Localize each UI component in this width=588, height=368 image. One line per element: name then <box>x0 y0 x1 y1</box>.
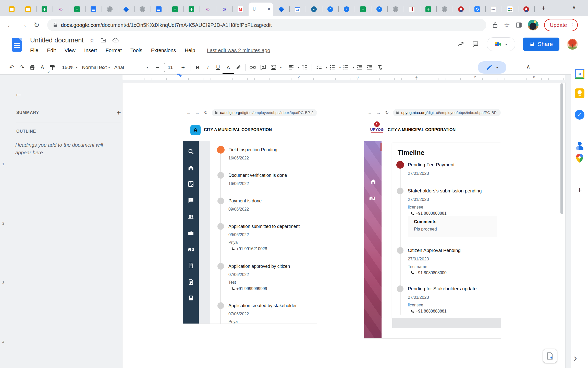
google-calendar-icon[interactable]: 31 <box>575 69 584 79</box>
home-icon[interactable] <box>187 164 194 171</box>
chrome-update-button[interactable]: Update ⋮ <box>544 19 578 31</box>
explore-button[interactable] <box>543 349 557 363</box>
tab[interactable]: e <box>306 3 322 16</box>
numbered-list-button[interactable] <box>341 62 351 73</box>
tab[interactable] <box>151 3 167 16</box>
menu-format[interactable]: Format <box>106 48 122 53</box>
menu-tools[interactable]: Tools <box>130 48 142 53</box>
activity-stats-icon[interactable] <box>457 41 464 48</box>
add-comment-button[interactable] <box>258 62 268 73</box>
decrease-indent-button[interactable] <box>354 62 364 73</box>
comment-history-icon[interactable] <box>472 41 479 48</box>
tab[interactable]: Z <box>322 3 338 16</box>
tab[interactable]: Z <box>338 3 355 16</box>
google-contacts-icon[interactable] <box>575 141 584 151</box>
menu-extensions[interactable]: Extensions <box>151 48 176 53</box>
people-icon[interactable] <box>187 213 194 220</box>
share-button[interactable]: Share <box>523 38 559 51</box>
style-dropdown-icon[interactable]: ▾ <box>108 65 110 69</box>
last-edit-link[interactable]: Last edit was 2 minutes ago <box>207 48 270 53</box>
new-tab-button[interactable]: + <box>539 4 548 13</box>
doc-icon[interactable] <box>187 278 194 285</box>
bold-button[interactable]: B <box>192 62 203 73</box>
star-document-icon[interactable]: ☆ <box>89 37 95 44</box>
underline-button[interactable]: U <box>213 62 223 73</box>
hide-menus-chevron-icon[interactable]: ∧ <box>526 63 530 70</box>
home-icon[interactable] <box>370 178 376 185</box>
tab[interactable]: Z <box>371 3 387 16</box>
tab[interactable]: ⟨|⟩ <box>216 3 232 16</box>
decrease-font-size-button[interactable]: − <box>152 62 163 73</box>
tab[interactable] <box>453 3 469 16</box>
tab[interactable] <box>69 3 85 16</box>
side-panel-toggle-icon[interactable] <box>516 22 522 28</box>
bulleted-list-button[interactable] <box>327 62 338 73</box>
reload-button[interactable]: ↻ <box>34 22 40 29</box>
get-add-ons-button[interactable]: + <box>575 185 584 195</box>
print-button[interactable] <box>27 62 37 73</box>
chrome-profile-avatar[interactable] <box>528 20 538 30</box>
tab[interactable]: ⟨|⟩ <box>200 3 216 16</box>
tab[interactable]: ⟨|⟩ <box>53 3 69 16</box>
bookmark-star-icon[interactable]: ☆ <box>504 21 510 29</box>
highlight-color-button[interactable] <box>233 62 243 73</box>
font-size-input[interactable]: 11 <box>164 63 176 72</box>
google-maps-icon[interactable] <box>575 153 584 163</box>
tab[interactable] <box>518 3 534 16</box>
home-work-icon[interactable] <box>369 194 375 201</box>
insert-link-button[interactable] <box>248 62 258 73</box>
menu-file[interactable]: File <box>30 48 38 53</box>
editing-mode-button[interactable]: ▾ <box>478 61 506 74</box>
doc-icon[interactable] <box>187 262 194 269</box>
line-spacing-button[interactable] <box>299 62 310 73</box>
menu-help[interactable]: Help <box>185 48 195 53</box>
tab[interactable]: 16 <box>289 3 306 16</box>
google-keep-icon[interactable] <box>575 88 584 98</box>
google-docs-logo-icon[interactable] <box>12 38 22 52</box>
menu-view[interactable]: View <box>65 48 76 53</box>
tab[interactable] <box>420 3 436 16</box>
active-tab[interactable]: U✕ <box>249 3 273 16</box>
move-to-folder-icon[interactable] <box>100 37 106 43</box>
align-button[interactable] <box>286 62 296 73</box>
menu-insert[interactable]: Insert <box>84 48 97 53</box>
tab[interactable]: DIGIT <box>485 3 502 16</box>
tab[interactable] <box>36 3 53 16</box>
vertical-scrollbar[interactable] <box>560 83 563 214</box>
tab[interactable] <box>20 3 36 16</box>
italic-button[interactable]: I <box>203 62 213 73</box>
tab[interactable] <box>167 3 183 16</box>
tab[interactable] <box>102 3 118 16</box>
close-outline-button[interactable]: ← <box>14 89 22 98</box>
tab[interactable] <box>404 3 420 16</box>
menu-edit[interactable]: Edit <box>47 48 56 53</box>
tab[interactable]: M <box>232 3 249 16</box>
tab[interactable] <box>436 3 453 16</box>
tab[interactable] <box>183 3 200 16</box>
chat-alert-icon[interactable] <box>187 197 194 204</box>
paragraph-style-select[interactable]: Normal text <box>82 65 107 70</box>
undo-button[interactable]: ↶ <box>7 62 17 73</box>
tab[interactable] <box>273 3 289 16</box>
google-tasks-icon[interactable]: ✓ <box>575 110 584 120</box>
text-color-button[interactable]: A <box>223 62 233 73</box>
spellcheck-button[interactable]: A <box>37 62 47 73</box>
insert-image-button[interactable] <box>268 62 278 73</box>
font-select[interactable]: Arial <box>114 65 145 70</box>
tab[interactable] <box>85 3 102 16</box>
bookmark-icon[interactable] <box>187 294 194 302</box>
increase-font-size-button[interactable]: + <box>178 62 188 73</box>
join-meet-button[interactable]: ▾ <box>487 37 515 51</box>
checklist-button[interactable] <box>314 62 324 73</box>
forward-button[interactable]: → <box>20 22 27 29</box>
hide-side-panel-chevron-icon[interactable]: › <box>574 353 577 364</box>
tab[interactable] <box>134 3 151 16</box>
indent-marker-triangle[interactable] <box>179 75 182 79</box>
mode-dropdown-icon[interactable]: ▾ <box>496 66 498 70</box>
tab-search-chevron-icon[interactable]: ∨ <box>572 4 576 10</box>
checklist-dropdown-icon[interactable]: ▾ <box>326 65 327 69</box>
briefcase-icon[interactable] <box>187 229 194 237</box>
add-summary-button[interactable]: + <box>116 108 121 117</box>
tab[interactable] <box>502 3 518 16</box>
back-button[interactable]: ← <box>7 22 14 29</box>
